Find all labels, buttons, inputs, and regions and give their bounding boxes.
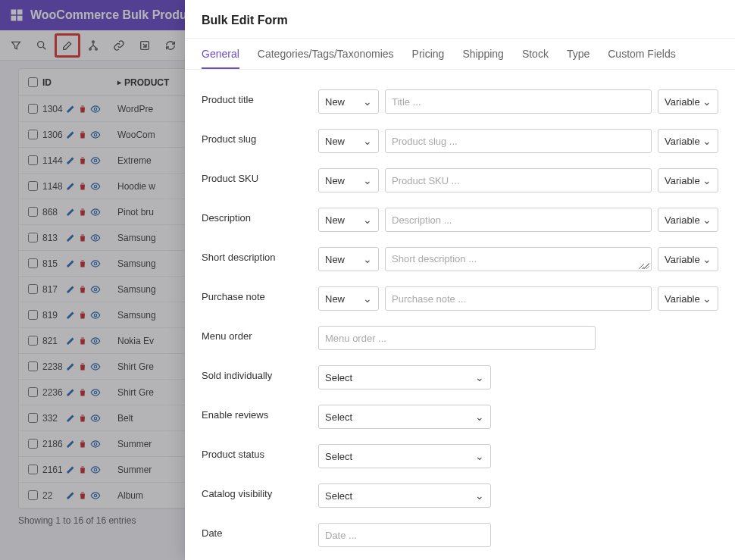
input-description[interactable] — [385, 208, 652, 232]
select-variable-purchasenote[interactable]: Variable⌄ — [658, 286, 718, 311]
input-purchase-note[interactable] — [385, 286, 652, 311]
modal-tabs: General Categories/Tags/Taxonomies Prici… — [185, 39, 735, 70]
tab-categories[interactable]: Categories/Tags/Taxonomies — [258, 39, 394, 69]
chevron-down-icon: ⌄ — [363, 214, 372, 226]
label-menu-order: Menu order — [202, 326, 318, 342]
tab-custom-fields[interactable]: Custom Fields — [608, 39, 675, 69]
label-enable-reviews: Enable reviews — [202, 405, 318, 421]
select-enable-reviews[interactable]: Select⌄ — [318, 405, 491, 429]
input-product-sku[interactable] — [385, 168, 652, 192]
label-purchase-note: Purchase note — [202, 286, 318, 302]
row-menu-order: Menu order — [202, 318, 718, 358]
chevron-down-icon: ⌄ — [702, 293, 712, 305]
row-catalog-visibility: Catalog visibility Select⌄ — [202, 476, 718, 515]
select-mode-purchasenote[interactable]: New⌄ — [318, 286, 379, 311]
chevron-down-icon: ⌄ — [475, 450, 484, 462]
select-product-status[interactable]: Select⌄ — [318, 444, 491, 468]
chevron-down-icon: ⌄ — [702, 95, 712, 108]
select-variable-description[interactable]: Variable⌄ — [658, 208, 718, 232]
row-product-status: Product status Select⌄ — [202, 436, 718, 476]
chevron-down-icon: ⌄ — [702, 174, 712, 186]
bulk-edit-modal: Bulk Edit Form General Categories/Tags/T… — [185, 0, 735, 560]
label-date: Date — [202, 523, 318, 539]
input-product-title[interactable] — [385, 89, 652, 114]
label-product-title: Product title — [202, 89, 318, 105]
chevron-down-icon: ⌄ — [363, 253, 372, 265]
label-product-slug: Product slug — [202, 129, 318, 145]
select-variable-shortdesc[interactable]: Variable⌄ — [658, 247, 718, 271]
tab-type[interactable]: Type — [567, 39, 590, 69]
label-sold-individually: Sold individually — [202, 365, 318, 381]
select-mode-title[interactable]: New⌄ — [318, 89, 379, 114]
select-mode-description[interactable]: New⌄ — [318, 208, 379, 232]
input-date[interactable] — [318, 523, 491, 547]
row-description: Description New⌄ Variable⌄ — [202, 200, 718, 239]
select-sold-individually[interactable]: Select⌄ — [318, 365, 491, 389]
row-product-slug: Product slug New⌄ Variable⌄ — [202, 121, 718, 161]
chevron-down-icon: ⌄ — [363, 293, 372, 305]
row-enable-reviews: Enable reviews Select⌄ — [202, 397, 718, 436]
input-menu-order[interactable] — [318, 326, 596, 350]
chevron-down-icon: ⌄ — [702, 253, 712, 265]
select-variable-title[interactable]: Variable⌄ — [658, 89, 718, 114]
input-product-slug[interactable] — [385, 129, 652, 153]
tab-pricing[interactable]: Pricing — [412, 39, 445, 69]
chevron-down-icon: ⌄ — [475, 490, 484, 502]
label-catalog-visibility: Catalog visibility — [202, 483, 318, 499]
tab-shipping[interactable]: Shipping — [462, 39, 504, 69]
chevron-down-icon: ⌄ — [702, 214, 712, 226]
row-short-description: Short description New⌄ Variable⌄ — [202, 239, 718, 279]
chevron-down-icon: ⌄ — [475, 411, 484, 423]
label-product-sku: Product SKU — [202, 168, 318, 184]
tab-stock[interactable]: Stock — [522, 39, 549, 69]
select-mode-slug[interactable]: New⌄ — [318, 129, 379, 153]
label-description: Description — [202, 208, 318, 224]
modal-body: Product title New⌄ Variable⌄ Product slu… — [185, 70, 735, 560]
label-product-status: Product status — [202, 444, 318, 460]
select-variable-slug[interactable]: Variable⌄ — [658, 129, 718, 153]
textarea-short-description[interactable] — [385, 247, 652, 271]
chevron-down-icon: ⌄ — [363, 174, 372, 186]
label-short-description: Short description — [202, 247, 318, 263]
chevron-down-icon: ⌄ — [363, 95, 372, 108]
row-product-title: Product title New⌄ Variable⌄ — [202, 82, 718, 121]
chevron-down-icon: ⌄ — [363, 135, 372, 147]
select-mode-shortdesc[interactable]: New⌄ — [318, 247, 379, 271]
select-catalog-visibility[interactable]: Select⌄ — [318, 483, 491, 508]
chevron-down-icon: ⌄ — [475, 371, 484, 383]
row-product-sku: Product SKU New⌄ Variable⌄ — [202, 161, 718, 200]
modal-title: Bulk Edit Form — [185, 0, 735, 39]
row-sold-individually: Sold individually Select⌄ — [202, 358, 718, 397]
select-variable-sku[interactable]: Variable⌄ — [658, 168, 718, 192]
select-mode-sku[interactable]: New⌄ — [318, 168, 379, 192]
row-purchase-note: Purchase note New⌄ Variable⌄ — [202, 279, 718, 318]
row-date: Date — [202, 515, 718, 555]
chevron-down-icon: ⌄ — [702, 135, 712, 147]
tab-general[interactable]: General — [202, 39, 239, 69]
